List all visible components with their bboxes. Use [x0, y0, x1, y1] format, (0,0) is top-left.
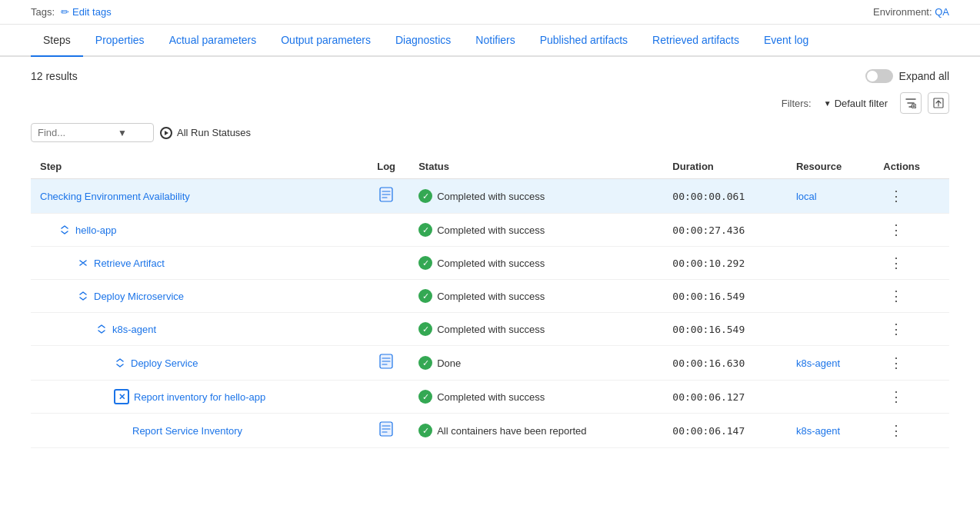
- status-text: Completed with success: [437, 391, 545, 403]
- resource-cell: [787, 381, 874, 414]
- tab-properties[interactable]: Properties: [83, 25, 157, 57]
- col-step: Step: [31, 155, 363, 179]
- table-row: Checking Environment Availability ✓ Comp…: [31, 179, 949, 214]
- actions-cell: ⋮: [874, 214, 949, 247]
- step-link[interactable]: Deploy Service: [131, 357, 198, 369]
- step-link[interactable]: Retrieve Artifact: [94, 258, 165, 269]
- expand-all-label: Expand all: [899, 70, 949, 82]
- actions-cell: ⋮: [874, 179, 949, 214]
- duration-cell: 00:00:16.549: [663, 313, 787, 346]
- resource-cell: local: [787, 179, 874, 214]
- actions-cell: ⋮: [874, 381, 949, 414]
- collapse-icon[interactable]: [114, 358, 126, 367]
- default-filter-button[interactable]: ▼ Default filter: [818, 95, 894, 112]
- col-log: Log: [363, 155, 409, 179]
- x-box-icon[interactable]: ✕: [114, 389, 129, 404]
- tab-notifiers[interactable]: Notifiers: [463, 25, 527, 57]
- col-status: Status: [409, 155, 663, 179]
- step-link[interactable]: Report Service Inventory: [132, 425, 242, 437]
- step-link[interactable]: k8s-agent: [112, 324, 156, 335]
- success-icon: ✓: [418, 256, 432, 270]
- more-options-button[interactable]: ⋮: [883, 387, 910, 406]
- success-icon: ✓: [418, 356, 432, 370]
- duration-cell: 00:00:16.630: [663, 346, 787, 381]
- status-cell: ✓ Completed with success: [409, 247, 663, 280]
- status-text: Completed with success: [437, 191, 545, 202]
- tab-event-log[interactable]: Event log: [752, 25, 821, 57]
- expand-icon[interactable]: [77, 258, 89, 268]
- collapse-icon[interactable]: [58, 225, 71, 234]
- status-text: Completed with success: [437, 291, 545, 302]
- expand-all-toggle[interactable]: [865, 69, 893, 83]
- tabs-container: Steps Properties Actual parameters Outpu…: [0, 25, 980, 57]
- tab-published-artifacts[interactable]: Published artifacts: [528, 25, 640, 57]
- resource-link[interactable]: k8s-agent: [796, 425, 840, 437]
- table-row: hello-app ✓ Completed with success 00:00…: [31, 214, 949, 247]
- tab-actual-parameters[interactable]: Actual parameters: [157, 25, 269, 57]
- log-doc-icon[interactable]: [379, 426, 393, 439]
- more-options-button[interactable]: ⋮: [883, 287, 910, 305]
- chevron-down-icon: ▼: [824, 99, 832, 108]
- step-link[interactable]: hello-app: [75, 224, 117, 236]
- environment-label: Environment: QA: [873, 6, 949, 18]
- step-link[interactable]: Checking Environment Availability: [40, 191, 190, 202]
- col-resource: Resource: [787, 155, 874, 179]
- more-options-button[interactable]: ⋮: [883, 421, 910, 440]
- more-options-button[interactable]: ⋮: [883, 320, 910, 338]
- resource-cell: k8s-agent: [787, 414, 874, 448]
- step-cell: Deploy Service: [31, 346, 363, 381]
- search-wrapper[interactable]: ▼: [31, 123, 154, 142]
- log-cell: [363, 280, 409, 313]
- actions-cell: ⋮: [874, 247, 949, 280]
- steps-table: Step Log Status Duration Resource Action…: [31, 155, 949, 448]
- step-link[interactable]: Deploy Microservice: [94, 291, 184, 302]
- more-options-button[interactable]: ⋮: [883, 254, 910, 272]
- log-cell: [363, 247, 409, 280]
- table-row: Deploy Service ✓ Done 00:00:16.630k8s-ag…: [31, 346, 949, 381]
- log-cell: [363, 214, 409, 247]
- tab-diagnostics[interactable]: Diagnostics: [383, 25, 463, 57]
- table-row: k8s-agent ✓ Completed with success 00:00…: [31, 313, 949, 346]
- status-cell: ✓ Done: [409, 346, 663, 381]
- resource-link[interactable]: k8s-agent: [796, 357, 840, 369]
- status-filter-button[interactable]: All Run Statuses: [160, 127, 251, 139]
- log-doc-icon[interactable]: [379, 191, 393, 204]
- step-cell: Report Service Inventory: [31, 414, 363, 448]
- log-cell: [363, 346, 409, 381]
- table-row: Deploy Microservice ✓ Completed with suc…: [31, 280, 949, 313]
- more-options-button[interactable]: ⋮: [883, 187, 910, 205]
- success-icon: ✓: [418, 424, 432, 437]
- success-icon: ✓: [418, 390, 432, 404]
- duration-cell: 00:00:27.436: [663, 214, 787, 247]
- add-filter-button[interactable]: [900, 92, 922, 114]
- environment-link[interactable]: QA: [935, 6, 949, 18]
- status-text: Completed with success: [437, 324, 545, 335]
- tab-output-parameters[interactable]: Output parameters: [268, 25, 383, 57]
- collapse-icon[interactable]: [95, 324, 108, 334]
- step-cell: Checking Environment Availability: [31, 179, 363, 214]
- resource-cell: [787, 280, 874, 313]
- collapse-icon[interactable]: [77, 291, 89, 301]
- filter-plus-icon: [905, 98, 916, 108]
- step-cell: hello-app: [31, 214, 363, 247]
- export-button[interactable]: [928, 92, 949, 114]
- more-options-button[interactable]: ⋮: [883, 221, 910, 239]
- resource-link[interactable]: local: [796, 191, 817, 202]
- log-doc-icon[interactable]: [379, 358, 393, 371]
- duration-cell: 00:00:10.292: [663, 247, 787, 280]
- search-dropdown-arrow[interactable]: ▼: [118, 128, 127, 138]
- step-link[interactable]: Report inventory for hello-app: [134, 391, 265, 403]
- edit-tags-button[interactable]: ✏ Edit tags: [61, 6, 112, 18]
- more-options-button[interactable]: ⋮: [883, 354, 910, 372]
- status-cell: ✓ All containers have been reported: [409, 414, 663, 448]
- log-cell: [363, 313, 409, 346]
- success-icon: ✓: [418, 189, 432, 203]
- results-count: 12 results: [31, 70, 78, 82]
- tab-retrieved-artifacts[interactable]: Retrieved artifacts: [640, 25, 752, 57]
- success-icon: ✓: [418, 322, 432, 336]
- step-cell: k8s-agent: [31, 313, 363, 346]
- tab-steps[interactable]: Steps: [31, 25, 83, 57]
- duration-cell: 00:00:06.147: [663, 414, 787, 448]
- search-filter-row: ▼ All Run Statuses: [31, 123, 949, 142]
- search-input[interactable]: [38, 127, 115, 138]
